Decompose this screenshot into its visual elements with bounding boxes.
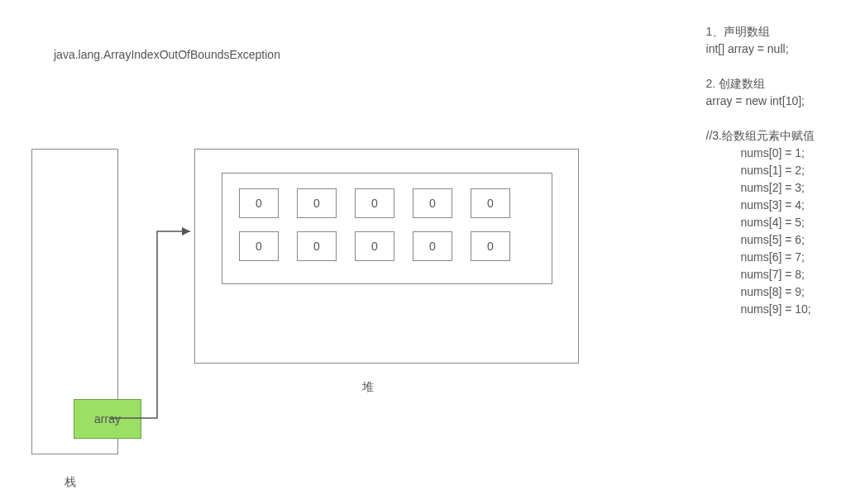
array-cell: 0 <box>239 188 279 218</box>
exception-title: java.lang.ArrayIndexOutOfBoundsException <box>54 48 280 61</box>
cell-row-1: 0 0 0 0 0 <box>239 188 535 218</box>
code-assignment: nums[9] = 10; <box>741 301 815 318</box>
code-assignment: nums[4] = 5; <box>741 214 815 231</box>
code-assignment: nums[6] = 7; <box>741 249 815 266</box>
code-assignment: nums[2] = 3; <box>741 179 815 197</box>
pointer-arrow <box>108 223 198 421</box>
array-cell: 0 <box>355 231 394 261</box>
stack-container: array <box>31 149 118 454</box>
code-section1-title: 1、声明数组 <box>706 23 815 40</box>
heap-caption: 堆 <box>362 380 374 395</box>
array-cell: 0 <box>297 231 337 261</box>
code-assignment: nums[3] = 4; <box>741 197 815 214</box>
code-block: 1、声明数组 int[] array = null; 2. 创建数组 array… <box>706 23 815 318</box>
code-assignment: nums[7] = 8; <box>741 266 815 283</box>
array-cell: 0 <box>355 188 394 218</box>
code-section1-line: int[] array = null; <box>706 40 815 58</box>
code-section2-line: array = new int[10]; <box>706 93 815 110</box>
code-section2-title: 2. 创建数组 <box>706 75 815 93</box>
code-assignment: nums[8] = 9; <box>741 283 815 301</box>
array-cell: 0 <box>413 231 452 261</box>
cell-row-2: 0 0 0 0 0 <box>239 231 535 261</box>
array-cell: 0 <box>297 188 337 218</box>
code-assignment: nums[0] = 1; <box>741 145 815 162</box>
code-section3-title: //3.给数组元素中赋值 <box>706 127 815 145</box>
array-cell: 0 <box>471 231 510 261</box>
array-cell: 0 <box>413 188 452 218</box>
code-assignment: nums[5] = 6; <box>741 231 815 249</box>
array-cell: 0 <box>239 231 279 261</box>
stack-caption: 栈 <box>65 475 76 490</box>
heap-container: 0 0 0 0 0 0 0 0 0 0 <box>194 149 579 364</box>
array-memory-block: 0 0 0 0 0 0 0 0 0 0 <box>222 173 552 284</box>
svg-marker-0 <box>182 227 190 235</box>
array-cell: 0 <box>471 188 510 218</box>
code-assignment: nums[1] = 2; <box>741 162 815 179</box>
